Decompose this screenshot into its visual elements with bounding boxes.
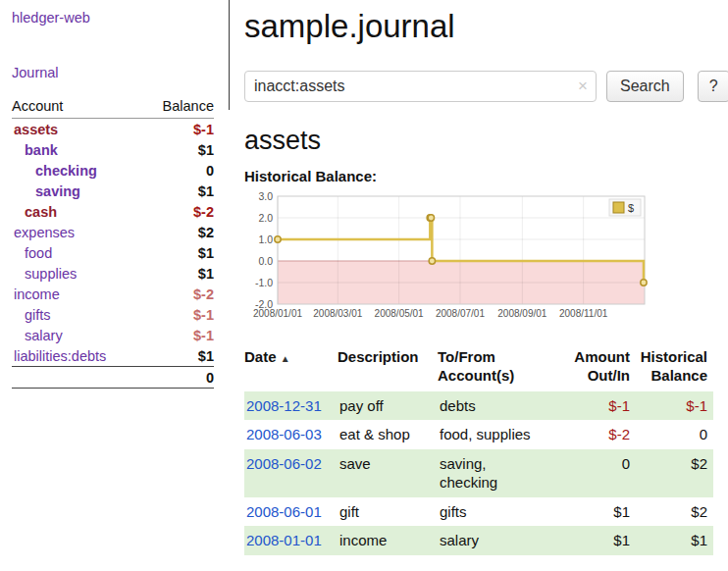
svg-text:2.0: 2.0 — [258, 212, 273, 224]
register-body: 2008-12-31pay offdebts$-1$-12008-06-03ea… — [244, 391, 713, 555]
register-row: 2008-06-02savesaving, checking0$2 — [244, 449, 713, 497]
account-link[interactable]: gifts — [25, 307, 51, 323]
account-row: supplies$1 — [12, 263, 214, 284]
accounts-header-balance: Balance — [142, 96, 214, 119]
accounts-total-spacer — [12, 367, 142, 389]
svg-text:1.0: 1.0 — [258, 234, 273, 245]
register-description-cell: eat & shop — [338, 420, 438, 449]
register-date-cell: 2008-12-31 — [244, 391, 338, 421]
account-row: food$1 — [12, 242, 214, 263]
search-button[interactable]: Search — [606, 71, 684, 102]
account-balance: $-1 — [142, 325, 214, 345]
account-balance: $-2 — [142, 201, 214, 222]
accounts-total-row: 0 — [12, 367, 214, 389]
account-name-cell: liabilities:debts — [12, 345, 142, 367]
svg-text:2008/01/01: 2008/01/01 — [253, 308, 302, 319]
transaction-date-link[interactable]: 2008-01-01 — [246, 532, 322, 548]
svg-text:2008/11/01: 2008/11/01 — [559, 308, 608, 319]
register-account-cell: gifts — [438, 497, 567, 527]
account-link[interactable]: liabilities:debts — [14, 348, 106, 364]
register-amount-cell: $-2 — [567, 420, 636, 449]
account-link[interactable]: checking — [35, 163, 97, 179]
register-date-cell: 2008-06-01 — [244, 497, 338, 527]
account-row: cash$-2 — [12, 201, 214, 222]
account-link[interactable]: income — [14, 286, 60, 302]
account-name-cell: saving — [12, 181, 142, 201]
register-header-description: Description — [338, 345, 438, 391]
page-title: sample.journal — [244, 8, 728, 45]
account-link[interactable]: salary — [25, 328, 63, 343]
svg-text:0.0: 0.0 — [258, 255, 273, 267]
account-link[interactable]: supplies — [25, 266, 77, 282]
register-description-cell: pay off — [338, 391, 438, 421]
register-account-cell: food, supplies — [438, 420, 567, 449]
register-description-cell: income — [338, 526, 438, 555]
account-link[interactable]: cash — [25, 204, 57, 220]
transaction-date-link[interactable]: 2008-06-03 — [246, 426, 322, 442]
help-button[interactable]: ? — [698, 71, 728, 102]
svg-text:2008/03/01: 2008/03/01 — [313, 308, 362, 319]
search-input[interactable] — [244, 71, 597, 102]
account-name-cell: bank — [12, 139, 142, 160]
accounts-table: Account Balance assets$-1bank$1checking0… — [12, 96, 214, 389]
app: hledger-web Journal Account Balance asse… — [0, 0, 728, 555]
chart-title: Historical Balance: — [244, 168, 728, 184]
transaction-date-link[interactable]: 2008-06-01 — [246, 503, 322, 520]
register-balance-cell: $1 — [636, 526, 713, 555]
account-link[interactable]: assets — [14, 122, 58, 137]
account-name-cell: salary — [12, 325, 142, 345]
account-row: gifts$-1 — [12, 304, 214, 325]
account-balance: $1 — [142, 263, 214, 284]
transaction-date-link[interactable]: 2008-12-31 — [246, 397, 322, 414]
accounts-header-account: Account — [12, 96, 142, 119]
account-row: salary$-1 — [12, 325, 214, 345]
account-link[interactable]: saving — [35, 183, 80, 199]
register-date-cell: 2008-06-02 — [244, 449, 338, 497]
search-bar: × Search ? — [244, 71, 728, 102]
register-description-cell: save — [338, 449, 438, 497]
search-input-wrap: × — [244, 71, 597, 102]
register-header-row: Date ▲ Description To/From Account(s) Am… — [244, 345, 713, 391]
register-row: 2008-12-31pay offdebts$-1$-1 — [244, 391, 713, 421]
svg-text:2008/05/01: 2008/05/01 — [375, 308, 424, 319]
sidebar-divider — [229, 0, 230, 110]
register-header-date: Date ▲ — [244, 345, 338, 391]
account-row: saving$1 — [12, 181, 214, 201]
account-balance: $-1 — [142, 119, 214, 140]
account-name-cell: income — [12, 284, 142, 304]
app-title-link[interactable]: hledger-web — [12, 10, 219, 26]
register-balance-cell: $-1 — [636, 391, 713, 421]
svg-text:3.0: 3.0 — [258, 190, 273, 202]
account-name-cell: gifts — [12, 304, 142, 325]
register-row: 2008-06-03eat & shopfood, supplies$-20 — [244, 420, 713, 449]
account-row: expenses$2 — [12, 222, 214, 242]
register-amount-cell: $-1 — [567, 391, 636, 421]
account-balance: $1 — [142, 242, 214, 263]
account-link[interactable]: bank — [25, 142, 58, 158]
account-link[interactable]: expenses — [14, 225, 75, 240]
register-account-cell: salary — [438, 526, 567, 555]
account-row: bank$1 — [12, 139, 214, 160]
register-date-cell: 2008-06-03 — [244, 420, 338, 449]
register-description-cell: gift — [338, 497, 438, 527]
transaction-date-link[interactable]: 2008-06-02 — [246, 455, 322, 472]
account-name-cell: food — [12, 242, 142, 263]
register-header-balance: Historical Balance — [636, 345, 713, 391]
register-header-date-label[interactable]: Date — [244, 348, 277, 365]
journal-link[interactable]: Journal — [12, 65, 219, 80]
svg-text:-1.0: -1.0 — [255, 277, 273, 288]
account-link[interactable]: food — [25, 245, 52, 261]
register-balance-cell: $2 — [636, 449, 713, 497]
account-name-cell: cash — [12, 201, 142, 222]
accounts-body: assets$-1bank$1checking0saving$1cash$-2e… — [12, 119, 214, 367]
sort-asc-icon[interactable]: ▲ — [281, 353, 290, 364]
account-balance: $-1 — [142, 304, 214, 325]
register-date-cell: 2008-01-01 — [244, 526, 338, 555]
svg-text:2008/07/01: 2008/07/01 — [436, 308, 485, 319]
register-amount-cell: $1 — [567, 526, 636, 555]
clear-search-icon[interactable]: × — [578, 77, 588, 96]
svg-text:2008/09/01: 2008/09/01 — [497, 308, 546, 319]
account-balance: $2 — [142, 222, 214, 242]
register-row: 2008-01-01incomesalary$1$1 — [244, 526, 713, 555]
svg-text:$: $ — [628, 202, 634, 214]
